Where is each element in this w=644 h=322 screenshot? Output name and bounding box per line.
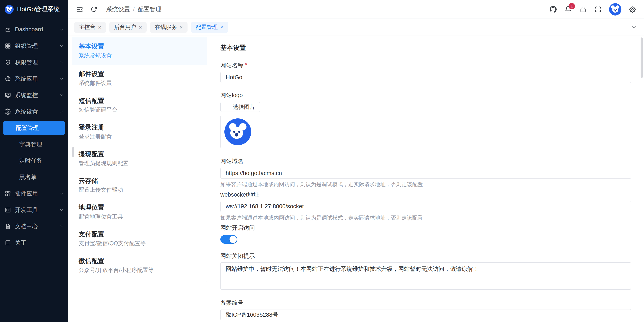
required-asterisk: * [245,61,247,67]
sidebar-item-about[interactable]: 关于 [0,235,68,251]
panel-scrollbar-thumb[interactable] [72,147,74,157]
app-title: HotGo管理系统 [17,5,60,14]
nav-item-cloud-storage[interactable]: 云存储 配置上传文件驱动 [72,172,207,199]
refresh-icon[interactable] [90,5,98,13]
site-domain-helper: 如果客户端通过本地或内网访问，则认为是调试模式，走实际请求地址，否则走该配置 [220,181,631,188]
chevron-down-icon [59,93,64,97]
content-area: 基本设置 系统常规设置 邮件设置 系统邮件设置 短信配置 短信验证码平台 登录注… [68,36,644,322]
lock-icon[interactable] [579,5,587,13]
websocket-helper: 如果客户端通过本地或内网访问，则认为是调试模式，走实际请求地址，否则走该配置 [220,214,631,221]
site-domain-group: 网站域名 如果客户端通过本地或内网访问，则认为是调试模式，走实际请求地址，否则走… [220,157,631,188]
globe-icon [5,76,11,82]
info-icon [5,240,11,246]
icp-input[interactable] [220,309,631,320]
sidebar: HotGo管理系统 Dashboard 组织管理 权限管理 系统应用 [0,0,68,322]
close-tip-group: 网站关闭提示 网站维护中，暂时无法访问！本网站正在进行系统维护和技术升级，网站暂… [220,252,631,291]
sidebar-sub-config-management[interactable]: 配置管理 [0,120,68,136]
settings-nav-panel: 基本设置 系统常规设置 邮件设置 系统邮件设置 短信配置 短信验证码平台 登录注… [72,37,207,282]
code-icon [5,207,11,213]
main-scrollbar-thumb[interactable] [640,37,643,78]
collapse-sidebar-icon[interactable] [76,5,84,13]
site-name-label: 网站名称* [220,61,631,69]
basic-settings-form: 基本设置 网站名称* 网站logo 选择图片 [207,37,644,322]
site-name-group: 网站名称* [220,61,631,83]
nav-item-wechat-settings[interactable]: 微信配置 公众号/开放平台/小程序配置等 [72,252,207,279]
sidebar-item-system-monitor[interactable]: 系统监控 [0,87,68,103]
nav-item-login-register[interactable]: 登录注册 登录注册配置 [72,118,207,145]
nav-item-basic-settings[interactable]: 基本设置 系统常规设置 [72,37,207,65]
user-avatar[interactable] [609,3,622,15]
app-logo-icon [5,5,14,14]
breadcrumb-parent[interactable]: 系统设置 [106,5,130,13]
sidebar-item-doc-center[interactable]: 文档中心 [0,218,68,235]
choose-image-button[interactable]: 选择图片 [220,102,260,112]
site-open-group: 网站开启访问 [220,224,631,244]
site-open-label: 网站开启访问 [220,224,631,232]
sidebar-menu: Dashboard 组织管理 权限管理 系统应用 系统监控 [0,19,68,322]
github-icon[interactable] [550,5,557,13]
breadcrumb-separator: / [133,6,135,13]
websocket-input[interactable] [220,201,631,212]
app-root: HotGo管理系统 Dashboard 组织管理 权限管理 系统应用 [0,0,644,322]
chevron-up-icon [59,109,64,114]
chevron-down-icon [59,27,64,32]
sidebar-sub-blacklist[interactable]: 黑名单 [0,169,68,185]
close-icon[interactable]: × [180,24,183,30]
sidebar-item-dev-tools[interactable]: 开发工具 [0,202,68,218]
tab-console[interactable]: 主控台 × [74,22,106,33]
gear-icon [5,108,11,115]
close-tip-label: 网站关闭提示 [220,252,631,260]
tab-config-management[interactable]: 配置管理 × [191,22,228,33]
main-area: 系统设置 / 配置管理 1 主 [68,0,644,322]
nav-item-email-settings[interactable]: 邮件设置 系统邮件设置 [72,65,207,92]
sidebar-item-permission[interactable]: 权限管理 [0,54,68,70]
icp-label: 备案编号 [220,299,631,307]
document-icon [5,223,11,230]
section-title: 基本设置 [220,43,631,52]
sidebar-item-plugin-apps[interactable]: 插件应用 [0,185,68,202]
site-name-input[interactable] [220,72,631,83]
active-menu-pill: 配置管理 [4,121,65,135]
close-icon[interactable]: × [139,24,142,30]
notification-badge: 1 [568,3,575,9]
nav-item-payment-settings[interactable]: 支付配置 支付宝/微信/QQ支付配置等 [72,225,207,252]
chevron-down-icon [59,208,64,212]
site-open-toggle[interactable] [220,235,238,244]
monitor-icon [5,92,11,98]
websocket-label: websocket地址 [220,191,631,199]
sidebar-sub-dict-management[interactable]: 字典管理 [0,136,68,152]
breadcrumb: 系统设置 / 配置管理 [106,5,162,13]
notifications: 1 [564,5,572,13]
sidebar-item-dashboard[interactable]: Dashboard [0,21,68,38]
top-header: 系统设置 / 配置管理 1 [68,0,644,19]
sidebar-item-system-apps[interactable]: 系统应用 [0,70,68,87]
close-icon[interactable]: × [98,24,101,30]
sidebar-item-organization[interactable]: 组织管理 [0,38,68,54]
nav-item-geolocation[interactable]: 地理位置 配置地理位置工具 [72,199,207,225]
websocket-group: websocket地址 如果客户端通过本地或内网访问，则认为是调试模式，走实际请… [220,191,631,221]
nav-item-withdraw-settings[interactable]: 提现配置 管理员提现规则配置 [72,145,207,172]
tab-online-service[interactable]: 在线服务 × [150,22,187,33]
app-logo-row[interactable]: HotGo管理系统 [0,0,68,19]
chevron-down-icon [59,191,64,196]
grid-icon [5,43,11,49]
site-domain-input[interactable] [220,168,631,179]
site-logo-preview[interactable] [220,116,255,148]
sidebar-sub-scheduled-tasks[interactable]: 定时任务 [0,152,68,169]
breadcrumb-current: 配置管理 [138,5,162,13]
site-logo-group: 网站logo 选择图片 [220,91,631,148]
chevron-down-icon [59,44,64,48]
sidebar-item-system-settings[interactable]: 系统设置 [0,103,68,120]
tab-options-chevron-icon[interactable] [630,23,638,31]
chevron-down-icon [59,60,64,65]
settings-gear-icon[interactable] [629,5,636,13]
fullscreen-icon[interactable] [594,5,602,13]
tab-admin-users[interactable]: 后台用户 × [109,22,146,33]
close-tip-textarea[interactable]: 网站维护中，暂时无法访问！本网站正在进行系统维护和技术升级，网站暂时无法访问，敬… [220,262,631,290]
nav-item-sms-settings[interactable]: 短信配置 短信验证码平台 [72,92,207,118]
close-icon[interactable]: × [220,24,224,30]
chevron-down-icon [59,76,64,81]
plus-icon [225,104,231,110]
tab-bar: 主控台 × 后台用户 × 在线服务 × 配置管理 × [68,19,644,36]
dashboard-icon [5,26,11,33]
